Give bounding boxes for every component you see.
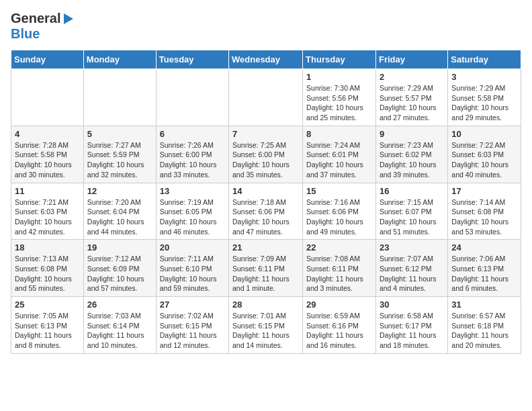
- page-header: General Blue: [11, 11, 521, 42]
- logo-arrow-icon: [64, 13, 73, 24]
- calendar-cell: 5Sunrise: 7:27 AM Sunset: 5:59 PM Daylig…: [83, 126, 156, 183]
- day-number: 25: [15, 300, 80, 310]
- day-info: Sunrise: 7:11 AM Sunset: 6:10 PM Dayligh…: [160, 254, 225, 293]
- calendar-cell: 24Sunrise: 7:06 AM Sunset: 6:13 PM Dayli…: [448, 240, 521, 297]
- day-info: Sunrise: 6:59 AM Sunset: 6:16 PM Dayligh…: [306, 311, 372, 351]
- calendar-week-2: 4Sunrise: 7:28 AM Sunset: 5:58 PM Daylig…: [11, 126, 521, 183]
- calendar-cell: 20Sunrise: 7:11 AM Sunset: 6:10 PM Dayli…: [156, 240, 228, 297]
- calendar-cell: 28Sunrise: 7:01 AM Sunset: 6:15 PM Dayli…: [229, 297, 303, 354]
- day-number: 14: [232, 186, 299, 196]
- calendar-cell: 18Sunrise: 7:13 AM Sunset: 6:08 PM Dayli…: [11, 240, 84, 297]
- day-number: 5: [87, 129, 152, 139]
- weekday-header-wednesday: Wednesday: [229, 50, 303, 69]
- day-info: Sunrise: 7:26 AM Sunset: 6:00 PM Dayligh…: [160, 140, 225, 180]
- calendar-cell: 16Sunrise: 7:15 AM Sunset: 6:07 PM Dayli…: [375, 183, 447, 240]
- calendar-cell: 17Sunrise: 7:14 AM Sunset: 6:08 PM Dayli…: [448, 183, 521, 240]
- day-info: Sunrise: 7:08 AM Sunset: 6:11 PM Dayligh…: [306, 254, 372, 293]
- calendar-week-3: 11Sunrise: 7:21 AM Sunset: 6:03 PM Dayli…: [11, 183, 521, 240]
- calendar-cell: 15Sunrise: 7:16 AM Sunset: 6:06 PM Dayli…: [303, 183, 376, 240]
- weekday-header-thursday: Thursday: [303, 50, 376, 69]
- day-number: 7: [232, 129, 299, 139]
- day-info: Sunrise: 7:29 AM Sunset: 5:58 PM Dayligh…: [451, 83, 517, 123]
- weekday-header-friday: Friday: [375, 50, 447, 69]
- calendar-cell: [156, 69, 228, 126]
- calendar-cell: 27Sunrise: 7:02 AM Sunset: 6:15 PM Dayli…: [156, 297, 228, 354]
- day-number: 11: [15, 186, 80, 196]
- day-number: 22: [306, 242, 372, 253]
- day-number: 4: [15, 129, 80, 139]
- weekday-header-tuesday: Tuesday: [156, 50, 228, 69]
- day-number: 1: [306, 72, 372, 82]
- calendar-cell: 1Sunrise: 7:30 AM Sunset: 5:56 PM Daylig…: [303, 69, 376, 126]
- calendar-cell: 6Sunrise: 7:26 AM Sunset: 6:00 PM Daylig…: [156, 126, 228, 183]
- day-info: Sunrise: 7:18 AM Sunset: 6:06 PM Dayligh…: [232, 197, 299, 237]
- day-number: 31: [451, 300, 517, 310]
- day-info: Sunrise: 7:07 AM Sunset: 6:12 PM Dayligh…: [380, 254, 444, 293]
- logo: General Blue: [11, 11, 73, 42]
- calendar-cell: 7Sunrise: 7:25 AM Sunset: 6:00 PM Daylig…: [229, 126, 303, 183]
- day-info: Sunrise: 6:57 AM Sunset: 6:18 PM Dayligh…: [451, 311, 517, 351]
- calendar-cell: 22Sunrise: 7:08 AM Sunset: 6:11 PM Dayli…: [303, 240, 376, 297]
- day-info: Sunrise: 7:13 AM Sunset: 6:08 PM Dayligh…: [15, 254, 80, 293]
- day-info: Sunrise: 7:09 AM Sunset: 6:11 PM Dayligh…: [232, 254, 299, 293]
- calendar-cell: 19Sunrise: 7:12 AM Sunset: 6:09 PM Dayli…: [83, 240, 156, 297]
- day-number: 23: [380, 242, 444, 253]
- day-info: Sunrise: 7:15 AM Sunset: 6:07 PM Dayligh…: [380, 197, 444, 237]
- day-info: Sunrise: 7:19 AM Sunset: 6:05 PM Dayligh…: [160, 197, 225, 237]
- day-info: Sunrise: 7:12 AM Sunset: 6:09 PM Dayligh…: [87, 254, 152, 293]
- day-number: 2: [380, 72, 444, 82]
- day-number: 19: [87, 242, 152, 253]
- day-info: Sunrise: 7:24 AM Sunset: 6:01 PM Dayligh…: [306, 140, 372, 180]
- day-info: Sunrise: 7:28 AM Sunset: 5:58 PM Dayligh…: [15, 140, 80, 180]
- day-info: Sunrise: 7:29 AM Sunset: 5:57 PM Dayligh…: [380, 83, 444, 123]
- day-number: 30: [380, 300, 444, 310]
- day-info: Sunrise: 7:14 AM Sunset: 6:08 PM Dayligh…: [451, 197, 517, 237]
- day-info: Sunrise: 6:58 AM Sunset: 6:17 PM Dayligh…: [380, 311, 444, 351]
- day-info: Sunrise: 7:23 AM Sunset: 6:02 PM Dayligh…: [380, 140, 444, 180]
- day-number: 8: [306, 129, 372, 139]
- calendar-header-row: SundayMondayTuesdayWednesdayThursdayFrid…: [11, 50, 521, 69]
- calendar-cell: 8Sunrise: 7:24 AM Sunset: 6:01 PM Daylig…: [303, 126, 376, 183]
- calendar-table: SundayMondayTuesdayWednesdayThursdayFrid…: [11, 50, 521, 354]
- day-info: Sunrise: 7:03 AM Sunset: 6:14 PM Dayligh…: [87, 311, 152, 351]
- calendar-cell: 4Sunrise: 7:28 AM Sunset: 5:58 PM Daylig…: [11, 126, 84, 183]
- logo-general-text: General: [11, 11, 60, 26]
- day-number: 27: [160, 300, 225, 310]
- weekday-header-saturday: Saturday: [448, 50, 521, 69]
- logo-blue-text: Blue: [11, 26, 40, 41]
- day-number: 12: [87, 186, 152, 196]
- calendar-cell: 14Sunrise: 7:18 AM Sunset: 6:06 PM Dayli…: [229, 183, 303, 240]
- calendar-cell: 3Sunrise: 7:29 AM Sunset: 5:58 PM Daylig…: [448, 69, 521, 126]
- calendar-cell: 29Sunrise: 6:59 AM Sunset: 6:16 PM Dayli…: [303, 297, 376, 354]
- calendar-cell: 13Sunrise: 7:19 AM Sunset: 6:05 PM Dayli…: [156, 183, 228, 240]
- day-info: Sunrise: 7:06 AM Sunset: 6:13 PM Dayligh…: [451, 254, 517, 293]
- day-info: Sunrise: 7:16 AM Sunset: 6:06 PM Dayligh…: [306, 197, 372, 237]
- day-number: 28: [232, 300, 299, 310]
- day-info: Sunrise: 7:05 AM Sunset: 6:13 PM Dayligh…: [15, 311, 80, 351]
- calendar-cell: 30Sunrise: 6:58 AM Sunset: 6:17 PM Dayli…: [375, 297, 447, 354]
- day-number: 10: [451, 129, 517, 139]
- day-number: 18: [15, 242, 80, 253]
- day-number: 20: [160, 242, 225, 253]
- calendar-cell: 21Sunrise: 7:09 AM Sunset: 6:11 PM Dayli…: [229, 240, 303, 297]
- day-info: Sunrise: 7:27 AM Sunset: 5:59 PM Dayligh…: [87, 140, 152, 180]
- calendar-cell: 25Sunrise: 7:05 AM Sunset: 6:13 PM Dayli…: [11, 297, 84, 354]
- day-number: 16: [380, 186, 444, 196]
- day-info: Sunrise: 7:21 AM Sunset: 6:03 PM Dayligh…: [15, 197, 80, 237]
- calendar-cell: [229, 69, 303, 126]
- calendar-cell: 12Sunrise: 7:20 AM Sunset: 6:04 PM Dayli…: [83, 183, 156, 240]
- day-info: Sunrise: 7:20 AM Sunset: 6:04 PM Dayligh…: [87, 197, 152, 237]
- calendar-cell: [83, 69, 156, 126]
- day-number: 15: [306, 186, 372, 196]
- day-info: Sunrise: 7:02 AM Sunset: 6:15 PM Dayligh…: [160, 311, 225, 351]
- calendar-week-5: 25Sunrise: 7:05 AM Sunset: 6:13 PM Dayli…: [11, 297, 521, 354]
- calendar-cell: 31Sunrise: 6:57 AM Sunset: 6:18 PM Dayli…: [448, 297, 521, 354]
- day-number: 13: [160, 186, 225, 196]
- day-info: Sunrise: 7:22 AM Sunset: 6:03 PM Dayligh…: [451, 140, 517, 180]
- day-number: 17: [451, 186, 517, 196]
- day-number: 29: [306, 300, 372, 310]
- calendar-week-1: 1Sunrise: 7:30 AM Sunset: 5:56 PM Daylig…: [11, 69, 521, 126]
- day-info: Sunrise: 7:01 AM Sunset: 6:15 PM Dayligh…: [232, 311, 299, 351]
- weekday-header-sunday: Sunday: [11, 50, 84, 69]
- calendar-cell: 26Sunrise: 7:03 AM Sunset: 6:14 PM Dayli…: [83, 297, 156, 354]
